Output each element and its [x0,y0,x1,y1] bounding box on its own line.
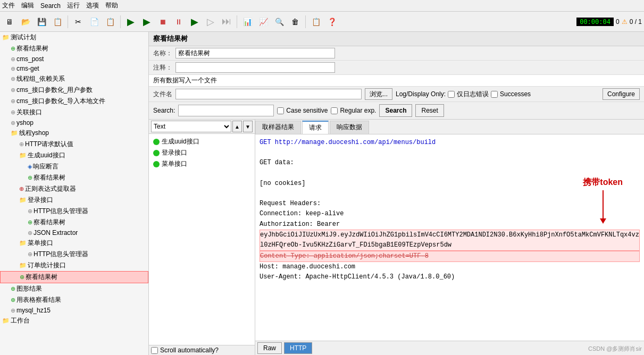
toolbar-pause[interactable]: ⏸ [171,14,186,29]
scroll-auto-checkbox[interactable] [151,347,158,354]
scroll-down-btn[interactable]: ▼ [243,121,253,132]
comment-label: 注释： [153,63,172,72]
tree-item-thread-yshop[interactable]: 📁 线程yshop [0,128,148,139]
tree-item-regex[interactable]: ⊕ 正则表达式提取器 [0,183,148,195]
name-input[interactable] [175,48,335,58]
reset-button[interactable]: Reset [415,104,444,117]
tree-item-result3[interactable]: ⊕ 察看结果树 [0,217,148,228]
search-bar: Search: Case sensitive Regular exp. Sear… [149,102,644,120]
toolbar-help[interactable]: ❓ [324,14,339,29]
tree-item-uuid[interactable]: 📁 生成uuid接口 [0,150,148,161]
toolbar-sep3 [237,15,237,28]
tree-item-assert[interactable]: ◈ 响应断言 [0,161,148,172]
toolbar-copy[interactable]: 📄 [87,14,102,29]
toolbar-skip[interactable]: ⏭ [219,14,234,29]
tree-item-cms-param1[interactable]: ⊕ cms_接口参数化_用户参数 [0,84,148,96]
tree-item-mysql[interactable]: ⊕ mysql_hz15 [0,306,148,315]
leaf-icon: ⊕ [11,87,15,94]
toolbar-report2[interactable]: 📈 [256,14,271,29]
toolbar-clear[interactable]: 🗑 [288,14,303,29]
toolbar-report[interactable]: 📊 [240,14,255,29]
toolbar-search[interactable]: 🔍 [272,14,287,29]
menu-help[interactable]: 帮助 [105,1,118,10]
content-line-12: User-Agent: Apache-HttpClient/4.5.3 (Jav… [260,272,640,282]
footer-raw-btn[interactable]: Raw [257,342,282,354]
successes-checkbox[interactable] [491,91,498,98]
toolbar-save[interactable]: 💾 [34,14,49,29]
folder-icon: 📁 [2,317,10,324]
list-item-1[interactable]: 登录接口 [151,147,253,158]
tab-response-data[interactable]: 响应数据 [330,121,369,134]
toolbar-play[interactable]: ▶ [139,14,154,29]
tree-item-cms-get[interactable]: ⊕ cms-get [0,64,148,73]
tree-item-http-header2[interactable]: ⊕ HTTP信息头管理器 [0,249,148,260]
tree-item-thread-dep[interactable]: ⊕ 线程组_依赖关系 [0,73,148,84]
folder-icon: 📁 [19,152,27,159]
tree-label: 登录接口 [28,196,53,205]
tree-item-json-extractor[interactable]: ⊕ JSON Extractor [0,228,148,238]
tree-item-cms-post[interactable]: ⊕ cms_post [0,54,148,64]
tree-item-menu-api[interactable]: 📁 菜单接口 [0,238,148,249]
search-input[interactable] [178,105,274,116]
result-list-content: 生成uuid接口 登录接口 菜单接口 [149,134,255,345]
tree-item-order[interactable]: 📁 订单统计接口 [0,260,148,271]
content-line-2: GET data: [260,158,640,168]
search-button[interactable]: Search [379,104,412,117]
tree-item-login[interactable]: 📁 登录接口 [0,195,148,206]
tab-request[interactable]: 请求 [302,121,329,134]
tree-item-table[interactable]: ⊕ 用表格察看结果 [0,294,148,306]
regex-checkbox[interactable] [331,107,338,114]
menu-search[interactable]: Search [40,2,61,10]
toolbar-cut[interactable]: ✂ [71,14,86,29]
menu-options[interactable]: 选项 [86,1,99,10]
tab-sampler-result[interactable]: 取样器结果 [255,121,301,134]
log-display-row: Log/Display Only: 仅日志错误 Successes [396,90,531,99]
log-display-label: Log/Display Only: [396,90,446,98]
tree-item-results1[interactable]: ⊕ 察看结果树 [0,43,148,54]
successes-label: Successes [500,90,531,98]
toolbar-paste[interactable]: 📋 [103,14,118,29]
configure-button[interactable]: Configure [603,88,640,100]
case-sensitive-checkbox[interactable] [277,107,284,114]
toolbar-list[interactable]: 📋 [308,14,323,29]
menu-run[interactable]: 运行 [67,1,80,10]
tree-item-yshop[interactable]: ⊕ yshop [0,118,148,128]
tree-label: 工作台 [11,316,30,325]
browse-button[interactable]: 浏览... [365,88,392,100]
tree-item-http-header1[interactable]: ⊕ HTTP信息头管理器 [0,206,148,217]
leaf-icon: ⊕ [11,297,15,303]
tree-item-cms-param2[interactable]: ⊕ cms_接口参数化_导入本地文件 [0,96,148,107]
tree-item-result2[interactable]: ⊕ 察看结果树 [0,172,148,183]
tree-item-related[interactable]: ⊕ 关联接口 [0,107,148,118]
log-errors-checkbox[interactable] [448,91,455,98]
toolbar-saveas[interactable]: 📋 [50,14,65,29]
comment-input[interactable] [175,62,335,73]
tree-item-result-selected[interactable]: ⊕ 察看结果树 [0,271,148,283]
menu-edit[interactable]: 编辑 [21,1,34,10]
text-dropdown[interactable]: Text [151,121,231,132]
menu-file[interactable]: 文件 [2,1,15,10]
footer-http-btn[interactable]: HTTP [284,342,312,354]
tree-item-http-default[interactable]: ⊕ HTTP请求默认值 [0,139,148,150]
list-item-2[interactable]: 菜单接口 [151,158,253,170]
scroll-up-btn[interactable]: ▲ [232,121,242,132]
tree-item-graph[interactable]: ⊕ 图形结果 [0,283,148,294]
toolbar-new[interactable]: 🖥 [2,14,17,29]
tree-root[interactable]: 📁 测试计划 [0,32,148,43]
toolbar-play3[interactable]: ▷ [203,14,218,29]
list-item-0[interactable]: 生成uuid接口 [151,136,253,147]
progress-count: 0 / 1 [630,18,642,26]
toolbar-stop[interactable]: ⏹ [155,14,170,29]
toolbar-open[interactable]: 📂 [18,14,33,29]
status-dot [153,150,160,156]
tree-item-workbench[interactable]: 📁 工作台 [0,315,148,326]
folder-icon: 📁 [11,130,18,137]
regex-row: Regular exp. [331,107,376,114]
file-name-input[interactable] [175,89,362,99]
leaf-icon: ⊕ [11,98,15,105]
tree-label: JSON Extractor [34,229,78,236]
detail-content: 携带token GET http://manage.duoceshi.com/a… [255,134,644,341]
tab-bar: 取样器结果 请求 响应数据 [255,120,644,134]
toolbar-add[interactable]: ▶ [123,14,138,29]
toolbar-play2[interactable]: ▶ [187,14,202,29]
